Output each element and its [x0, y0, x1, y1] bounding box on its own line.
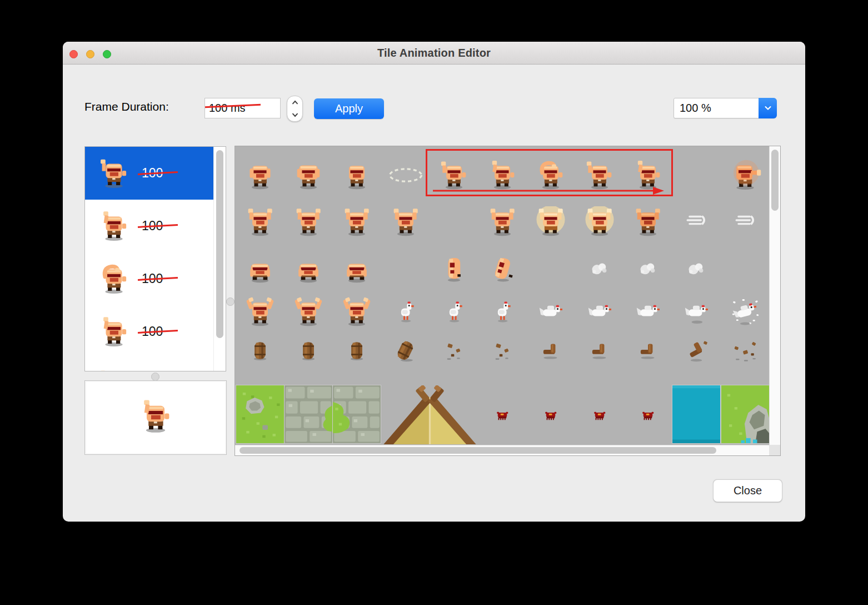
- frame-list-item[interactable]: 100: [85, 147, 215, 200]
- chicken-fly-sprite: [536, 297, 566, 327]
- tile-debris[interactable]: [430, 334, 478, 365]
- tile-ogre-stand[interactable]: [333, 157, 381, 193]
- tile-ogre-crouch[interactable]: [236, 251, 284, 286]
- scrollbar-thumb[interactable]: [240, 447, 716, 454]
- tile-tile-water[interactable]: [672, 385, 721, 444]
- stepper-up-button[interactable]: [287, 96, 302, 109]
- dash-effect-sprite: [731, 208, 759, 236]
- tile-smoke[interactable]: [623, 251, 672, 286]
- tile-ogre-crouch[interactable]: [284, 251, 332, 286]
- tile-chicken-fly[interactable]: [527, 295, 575, 329]
- tile-chicken-burst[interactable]: [721, 295, 769, 329]
- titlebar[interactable]: Tile Animation Editor: [63, 42, 805, 65]
- tile-ogre-arms-up[interactable]: [381, 204, 430, 240]
- tile-smoke[interactable]: [575, 251, 623, 286]
- tile-chicken[interactable]: [430, 295, 478, 329]
- tile-barrel[interactable]: [236, 334, 284, 365]
- tile-ogre-arms-up[interactable]: [333, 204, 381, 240]
- tile-dash-effect[interactable]: [672, 204, 721, 240]
- tile-ogre-flex[interactable]: [236, 295, 284, 329]
- frame-sprite: [98, 369, 130, 372]
- ogre-flex-sprite: [293, 296, 324, 328]
- tile-marker-ellipse[interactable]: [381, 157, 430, 193]
- zoom-select[interactable]: 100 %: [674, 98, 777, 118]
- tile-dash-effect[interactable]: [721, 204, 769, 240]
- tile-ogre-lean[interactable]: [236, 157, 284, 193]
- frame-sprite: [98, 263, 130, 295]
- marker-ellipse-sprite: [387, 157, 424, 194]
- tile-crab[interactable]: [478, 385, 526, 444]
- tile-tile-grass-rock[interactable]: [721, 385, 769, 444]
- tile-cell-empty[interactable]: [672, 157, 721, 193]
- tile-chicken-fly[interactable]: [623, 295, 672, 329]
- tile-ogre-roll[interactable]: [430, 251, 478, 286]
- scrollbar-thumb[interactable]: [216, 150, 223, 338]
- tileset-vertical-scrollbar[interactable]: [769, 146, 780, 445]
- smoke-sprite: [635, 256, 661, 281]
- splitter-handle-horizontal[interactable]: [151, 373, 159, 381]
- tile-tile-grass[interactable]: [236, 385, 284, 444]
- tile-barrel[interactable]: [333, 334, 381, 365]
- tile-ogre-wide[interactable]: [284, 157, 332, 193]
- preview-sprite: [138, 399, 173, 437]
- frame-duration-input[interactable]: [204, 98, 281, 118]
- tile-ogre-arms-up-glow[interactable]: [575, 204, 623, 240]
- frame-list-item[interactable]: 100: [85, 200, 215, 252]
- tile-chicken-land[interactable]: [672, 295, 721, 329]
- zoom-dropdown-button[interactable]: [759, 98, 777, 118]
- tile-ogre-flex[interactable]: [333, 295, 381, 329]
- tile-log[interactable]: [623, 334, 672, 365]
- tile-tent[interactable]: [381, 385, 478, 445]
- tile-ogre-arms-up-glow[interactable]: [527, 204, 575, 240]
- frame-list-item[interactable]: 100: [85, 305, 215, 358]
- tile-tile-stone-grass[interactable]: [333, 385, 381, 444]
- tile-debris-scatter[interactable]: [721, 334, 769, 365]
- tile-log-fly[interactable]: [672, 334, 721, 365]
- log-sprite: [586, 336, 613, 364]
- tile-ogre-punch[interactable]: [721, 157, 769, 193]
- tile-ogre-arms-up[interactable]: [236, 204, 284, 240]
- tile-crab[interactable]: [575, 385, 623, 444]
- tile-cell-empty[interactable]: [527, 251, 575, 286]
- frame-list-item[interactable]: 100: [85, 358, 215, 371]
- tile-chicken[interactable]: [381, 295, 430, 329]
- minimize-window-icon[interactable]: [86, 50, 94, 58]
- tile-ogre-roll-side[interactable]: [478, 251, 526, 286]
- tile-cell-empty[interactable]: [381, 251, 430, 286]
- stepper-down-button[interactable]: [287, 109, 302, 122]
- tile-ogre-arms-up[interactable]: [478, 204, 526, 240]
- tile-ogre-arms-up[interactable]: [284, 204, 332, 240]
- tile-smoke[interactable]: [672, 251, 721, 286]
- frame-list-item[interactable]: 100: [85, 252, 215, 305]
- frame-list-scrollbar[interactable]: [213, 147, 226, 371]
- tile-cell-empty[interactable]: [721, 251, 769, 286]
- tile-tile-stone[interactable]: [284, 385, 332, 444]
- tile-chicken[interactable]: [478, 295, 526, 329]
- crab-sprite: [491, 404, 513, 426]
- tileset-horizontal-scrollbar[interactable]: [235, 445, 769, 455]
- ogre-arms-up-sprite: [245, 206, 276, 237]
- tile-debris[interactable]: [478, 334, 526, 365]
- scrollbar-thumb[interactable]: [771, 150, 779, 211]
- tile-barrel[interactable]: [284, 334, 332, 365]
- close-window-icon[interactable]: [69, 50, 78, 58]
- tile-cell-empty[interactable]: [430, 204, 478, 240]
- tile-log[interactable]: [527, 334, 575, 365]
- crab-sprite: [637, 404, 659, 426]
- zoom-window-icon[interactable]: [103, 50, 111, 58]
- tile-ogre-flex[interactable]: [284, 295, 332, 329]
- window-title: Tile Animation Editor: [377, 47, 491, 59]
- apply-button[interactable]: Apply: [314, 98, 384, 119]
- close-button[interactable]: Close: [713, 479, 782, 502]
- tile-ogre-arms-up-dark[interactable]: [623, 204, 672, 240]
- tile-log[interactable]: [575, 334, 623, 365]
- frame-list: 100100100100100: [84, 146, 226, 371]
- splitter-handle-vertical[interactable]: [226, 297, 235, 306]
- tile-barrel-tilt[interactable]: [381, 334, 430, 365]
- tile-ogre-crouch[interactable]: [333, 251, 381, 286]
- tile-crab[interactable]: [623, 385, 672, 444]
- ogre-lean-sprite: [245, 160, 276, 191]
- tile-chicken-fly[interactable]: [575, 295, 623, 329]
- barrel-sprite: [295, 336, 322, 363]
- tile-crab[interactable]: [527, 385, 575, 444]
